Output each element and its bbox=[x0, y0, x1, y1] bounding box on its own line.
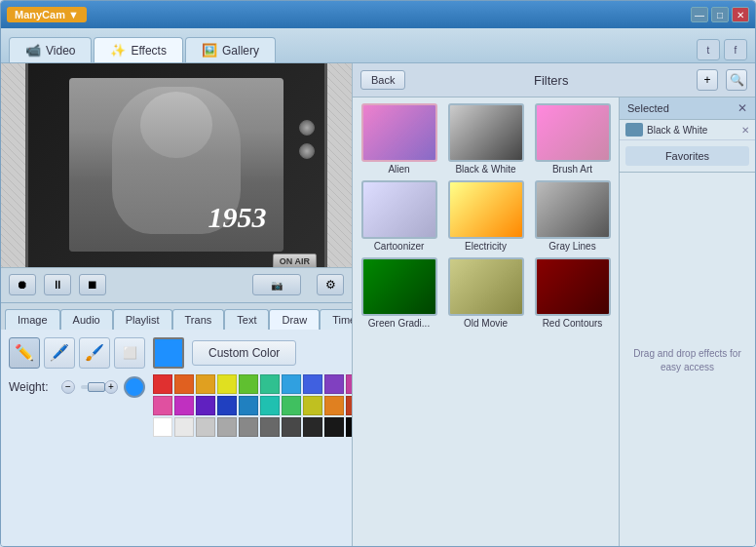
video-icon: 📹 bbox=[25, 43, 41, 58]
selected-color-swatch[interactable] bbox=[153, 337, 184, 369]
color-swatch[interactable] bbox=[217, 374, 237, 394]
color-swatch[interactable] bbox=[153, 417, 172, 437]
marker-tool[interactable]: 🖊️ bbox=[44, 337, 75, 369]
filter-label-oldmovie: Old Movie bbox=[464, 318, 508, 329]
tv-screen: 1953 bbox=[69, 78, 284, 252]
filter-red[interactable]: Red Contours bbox=[532, 257, 613, 329]
selected-title: Selected bbox=[627, 102, 669, 114]
filter-electricity[interactable]: Electricity bbox=[445, 180, 526, 252]
fill-tool[interactable]: 🖌️ bbox=[79, 337, 110, 369]
color-swatch[interactable] bbox=[239, 396, 258, 415]
filter-oldmovie[interactable]: Old Movie bbox=[445, 257, 526, 329]
filters-header: Back Filters + 🔍 bbox=[353, 63, 755, 98]
color-swatch[interactable] bbox=[324, 396, 344, 415]
color-swatch[interactable] bbox=[217, 396, 237, 415]
color-swatch[interactable] bbox=[324, 417, 344, 437]
color-swatch[interactable] bbox=[324, 374, 344, 394]
close-button[interactable]: ✕ bbox=[732, 7, 749, 22]
app-title[interactable]: ManyCam ▼ bbox=[7, 7, 87, 22]
remove-bw-button[interactable]: ✕ bbox=[741, 125, 749, 136]
main-content: 1953 ON AIR ⏺ ⏸ ⏹ 📷 ⚙ bbox=[1, 63, 755, 547]
tab-effects[interactable]: ✨ Effects bbox=[94, 37, 182, 62]
record-video-button[interactable]: ⏺ bbox=[9, 274, 36, 295]
pause-button[interactable]: ⏸ bbox=[44, 274, 71, 295]
filter-thumb-red bbox=[535, 257, 611, 316]
maximize-button[interactable]: □ bbox=[711, 7, 729, 22]
color-swatch[interactable] bbox=[174, 374, 194, 394]
color-swatch[interactable] bbox=[174, 396, 194, 415]
main-tab-bar: 📹 Video ✨ Effects 🖼️ Gallery t f bbox=[1, 28, 755, 63]
tab-gallery[interactable]: 🖼️ Gallery bbox=[185, 37, 276, 62]
color-swatch[interactable] bbox=[239, 374, 258, 394]
video-area: 1953 ON AIR bbox=[1, 63, 352, 267]
tab-text[interactable]: Text bbox=[224, 309, 269, 330]
draw-panel: ✏️ 🖊️ 🖌️ ⬜ Weight: − + bbox=[1, 330, 352, 548]
color-swatch[interactable] bbox=[217, 417, 237, 437]
color-swatch[interactable] bbox=[260, 374, 280, 394]
tab-draw[interactable]: Draw bbox=[269, 309, 320, 330]
back-button[interactable]: Back bbox=[360, 70, 405, 90]
color-swatch[interactable] bbox=[303, 374, 322, 394]
eraser-tool[interactable]: ⬜ bbox=[114, 337, 145, 369]
filter-label-alien: Alien bbox=[388, 164, 409, 175]
filter-label-electricity: Electricity bbox=[465, 241, 507, 252]
custom-color-button[interactable]: Custom Color bbox=[192, 340, 296, 366]
pencil-tool[interactable]: ✏️ bbox=[9, 337, 40, 369]
filters-title: Filters bbox=[413, 73, 689, 88]
search-filter-button[interactable]: 🔍 bbox=[726, 69, 747, 91]
minimize-button[interactable]: — bbox=[691, 7, 708, 22]
social-buttons: t f bbox=[697, 39, 747, 60]
filter-alien[interactable]: Alien bbox=[359, 103, 439, 175]
left-panel: 1953 ON AIR ⏺ ⏸ ⏹ 📷 ⚙ bbox=[1, 63, 352, 547]
selected-item-icon bbox=[625, 123, 643, 137]
tab-image[interactable]: Image bbox=[5, 309, 60, 330]
weight-increase-button[interactable]: + bbox=[104, 380, 118, 394]
color-swatch[interactable] bbox=[239, 417, 258, 437]
filter-green[interactable]: Green Gradi... bbox=[359, 257, 439, 329]
facebook-button[interactable]: f bbox=[724, 39, 747, 60]
tab-playlist[interactable]: Playlist bbox=[113, 309, 172, 330]
camera-button[interactable]: 📷 bbox=[252, 274, 301, 295]
filter-gray[interactable]: Gray Lines bbox=[532, 180, 613, 252]
color-swatch[interactable] bbox=[196, 417, 215, 437]
filter-thumb-alien bbox=[361, 103, 437, 162]
tv-knobs bbox=[299, 120, 315, 159]
color-swatch[interactable] bbox=[196, 374, 215, 394]
filter-cartoon[interactable]: Cartoonizer bbox=[359, 180, 439, 252]
filters-grid-area: AlienBlack & WhiteBrush ArtCartoonizerEl… bbox=[353, 98, 619, 547]
filter-label-red: Red Contours bbox=[543, 318, 603, 329]
tab-audio[interactable]: Audio bbox=[60, 309, 113, 330]
weight-slider[interactable] bbox=[81, 385, 98, 389]
tab-trans[interactable]: Trans bbox=[172, 309, 225, 330]
color-swatch[interactable] bbox=[303, 417, 322, 437]
filter-thumb-brush bbox=[535, 103, 611, 162]
settings-button[interactable]: ⚙ bbox=[317, 274, 344, 295]
filter-label-cartoon: Cartoonizer bbox=[374, 241, 425, 252]
filter-brush[interactable]: Brush Art bbox=[532, 103, 613, 175]
filter-thumb-green bbox=[361, 257, 437, 316]
color-swatch[interactable] bbox=[260, 417, 280, 437]
filter-thumb-gray bbox=[535, 180, 611, 239]
color-swatch[interactable] bbox=[174, 417, 194, 437]
color-swatch[interactable] bbox=[196, 396, 215, 415]
color-swatch[interactable] bbox=[153, 396, 172, 415]
color-swatch[interactable] bbox=[153, 374, 172, 394]
weight-decrease-button[interactable]: − bbox=[61, 380, 75, 394]
selected-close-button[interactable]: ✕ bbox=[737, 101, 747, 115]
tv-frame: 1953 ON AIR bbox=[25, 63, 327, 267]
filter-bw[interactable]: Black & White bbox=[445, 103, 526, 175]
filter-label-brush: Brush Art bbox=[552, 164, 592, 175]
tv-knob-2 bbox=[299, 143, 315, 159]
color-swatch[interactable] bbox=[282, 417, 301, 437]
add-filter-button[interactable]: + bbox=[697, 69, 718, 91]
tab-video[interactable]: 📹 Video bbox=[9, 37, 92, 62]
slider-thumb[interactable] bbox=[88, 382, 105, 392]
filter-thumb-cartoon bbox=[361, 180, 437, 239]
color-swatch[interactable] bbox=[282, 374, 301, 394]
twitter-button[interactable]: t bbox=[697, 39, 720, 60]
stop-button[interactable]: ⏹ bbox=[79, 274, 106, 295]
color-swatch[interactable] bbox=[260, 396, 280, 415]
bottom-tab-bar: Image Audio Playlist Trans Text Draw Tim… bbox=[1, 302, 352, 330]
color-swatch[interactable] bbox=[303, 396, 322, 415]
color-swatch[interactable] bbox=[282, 396, 301, 415]
